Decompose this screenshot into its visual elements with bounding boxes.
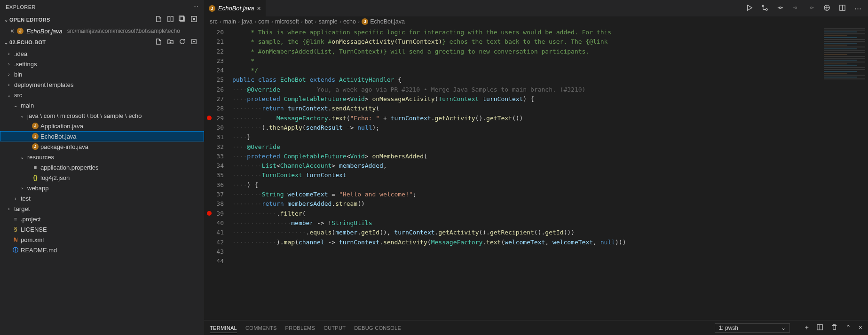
more-icon[interactable]: ⋯ xyxy=(854,4,861,13)
breadcrumb-item[interactable]: src xyxy=(210,18,218,25)
tree-item[interactable]: ›.idea xyxy=(0,48,204,59)
split-editor-icon[interactable] xyxy=(839,4,846,13)
tree-item[interactable]: ›bin xyxy=(0,69,204,79)
editor-tab[interactable]: J EchoBot.java × xyxy=(204,0,266,16)
tree-item[interactable]: ›webapp xyxy=(0,183,204,193)
save-all-icon[interactable] xyxy=(179,16,186,24)
tree-item-label: main xyxy=(21,102,34,109)
breadcrumb-item[interactable]: JEchoBot.java xyxy=(362,18,405,25)
new-file-icon[interactable] xyxy=(155,38,162,47)
chevron-icon: ⌄ xyxy=(19,113,25,118)
close-panel-icon[interactable]: × xyxy=(859,324,862,332)
panel-tab-output[interactable]: OUTPUT xyxy=(324,325,346,333)
tree-item[interactable]: ⌄java \ com \ microsoft \ bot \ sample \… xyxy=(0,110,204,121)
tree-item[interactable]: ›.settings xyxy=(0,59,204,69)
breadcrumb-item[interactable]: bot xyxy=(305,18,313,25)
new-folder-icon[interactable] xyxy=(167,38,174,47)
terminal-select[interactable]: 1: pwsh ⌄ xyxy=(715,323,790,333)
diff-left-icon[interactable] xyxy=(792,4,799,13)
chevron-down-icon: ⌄ xyxy=(781,325,786,331)
panel-tab-terminal[interactable]: TERMINAL xyxy=(210,325,237,333)
new-terminal-icon[interactable]: + xyxy=(805,324,809,332)
open-editors-label: OPEN EDITORS xyxy=(9,17,155,23)
chevron-icon: › xyxy=(6,72,12,77)
tree-item[interactable]: §LICENSE xyxy=(0,224,204,234)
open-editor-path: src\main\java\com\microsoft\bot\sample\e… xyxy=(67,28,180,34)
close-icon[interactable]: × xyxy=(10,27,14,35)
tree-item-label: .settings xyxy=(14,61,37,68)
breadcrumbs[interactable]: src›main›java›com›microsoft›bot›sample›e… xyxy=(204,16,868,27)
panel-tab-comments[interactable]: COMMENTS xyxy=(245,325,277,333)
explorer-header: EXPLORER ⋯ xyxy=(0,0,204,14)
tree-item-label: pom.xml xyxy=(21,236,44,243)
svg-point-9 xyxy=(795,7,797,8)
panel-tab-problems[interactable]: PROBLEMS xyxy=(285,325,316,333)
tree-item[interactable]: ⌄resources xyxy=(0,152,204,162)
open-editor-item[interactable]: × J EchoBot.java src\main\java\com\micro… xyxy=(0,26,204,36)
run-icon[interactable] xyxy=(746,4,753,13)
tree-item-label: LICENSE xyxy=(21,226,47,233)
refresh-icon[interactable] xyxy=(179,38,186,47)
breadcrumb-item[interactable]: com xyxy=(258,18,269,25)
tree-item[interactable]: ⌄main xyxy=(0,100,204,110)
branch-compare-icon[interactable] xyxy=(761,4,768,13)
diff-right-icon[interactable] xyxy=(808,4,815,13)
chevron-up-icon[interactable]: ⌃ xyxy=(845,324,851,332)
terminal-select-label: 1: pwsh xyxy=(719,325,738,331)
split-terminal-icon[interactable] xyxy=(816,324,823,332)
file-icon: ≡ xyxy=(32,164,39,171)
tree-item[interactable]: ⓘREADME.md xyxy=(0,245,204,255)
tree-item-label: bin xyxy=(14,71,22,78)
java-icon: J xyxy=(32,123,39,129)
tree-item[interactable]: ≡.project xyxy=(0,214,204,224)
close-icon[interactable]: × xyxy=(257,5,261,12)
close-all-icon[interactable] xyxy=(190,16,197,24)
tree-item-label: Application.java xyxy=(40,123,83,130)
breadcrumb-item[interactable]: java xyxy=(242,18,253,25)
tree-item-label: EchoBot.java xyxy=(40,133,77,140)
tree-item[interactable]: ℕpom.xml xyxy=(0,234,204,245)
editor[interactable]: 2021222324252627282930313233343536373839… xyxy=(204,27,868,320)
chevron-icon: ⌄ xyxy=(12,103,19,108)
chevron-icon: › xyxy=(6,82,12,87)
breadcrumb-item[interactable]: main xyxy=(223,18,236,25)
project-header[interactable]: ⌄ 02.ECHO-BOT xyxy=(0,36,204,48)
tree-item[interactable]: ›target xyxy=(0,203,204,214)
java-icon: J xyxy=(32,143,39,150)
chevron-icon: › xyxy=(6,62,12,67)
collapse-all-icon[interactable] xyxy=(190,38,197,47)
breadcrumb-item[interactable]: sample xyxy=(318,18,337,25)
tree-item[interactable]: ⌄src xyxy=(0,90,204,100)
chevron-icon: › xyxy=(6,51,12,56)
open-editors-header[interactable]: ⌄ OPEN EDITORS xyxy=(0,14,204,26)
tree-item-label: .project xyxy=(21,216,41,223)
diff-prev-icon[interactable] xyxy=(777,4,784,13)
preview-icon[interactable] xyxy=(823,4,830,13)
tree-item[interactable]: ≡application.properties xyxy=(0,162,204,172)
tree-item[interactable]: JEchoBot.java xyxy=(0,131,204,141)
svg-point-6 xyxy=(762,5,764,7)
tree-item-label: deploymentTemplates xyxy=(14,81,73,88)
breadcrumb-item[interactable]: microsoft xyxy=(275,18,299,25)
tree-item[interactable]: {}log4j2.json xyxy=(0,172,204,183)
tree-item[interactable]: Jpackage-info.java xyxy=(0,141,204,152)
xml-icon: ℕ xyxy=(12,236,19,243)
tree-item[interactable]: JApplication.java xyxy=(0,121,204,131)
tree-item[interactable]: ›deploymentTemplates xyxy=(0,79,204,90)
minimap[interactable] xyxy=(821,27,868,111)
license-icon: § xyxy=(12,226,19,233)
trash-icon[interactable] xyxy=(831,324,838,332)
code-area[interactable]: * This is where application specific log… xyxy=(232,27,868,320)
info-icon: ⓘ xyxy=(12,247,19,253)
json-icon: {} xyxy=(32,174,39,181)
breadcrumb-item[interactable]: echo xyxy=(343,18,356,25)
chevron-down-icon: ⌄ xyxy=(3,17,9,23)
tree-item-label: webapp xyxy=(27,185,49,192)
panel-tab-debug-console[interactable]: DEBUG CONSOLE xyxy=(354,325,401,333)
bottom-panel: TERMINALCOMMENTSPROBLEMSOUTPUTDEBUG CONS… xyxy=(204,320,868,335)
layout-icon[interactable] xyxy=(167,16,174,24)
svg-point-10 xyxy=(811,7,813,8)
tree-item[interactable]: ›test xyxy=(0,193,204,203)
more-icon[interactable]: ⋯ xyxy=(193,4,199,10)
new-file-icon[interactable] xyxy=(155,16,162,24)
